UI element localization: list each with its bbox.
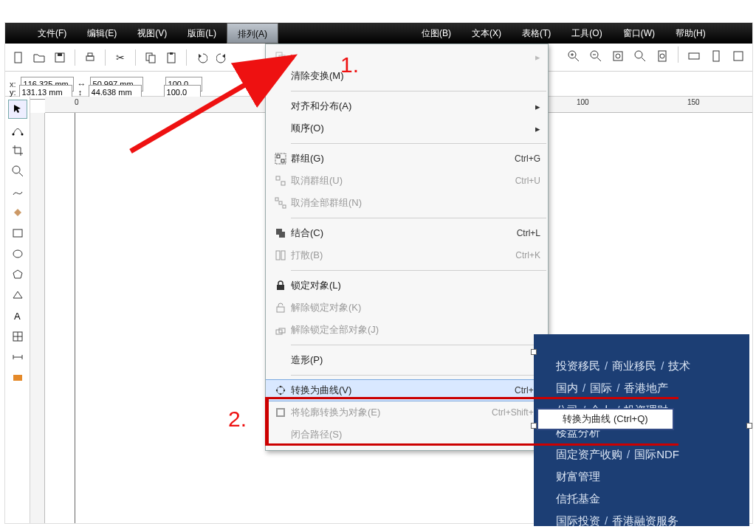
menu-text[interactable]: 文本(X) — [461, 23, 512, 44]
svg-rect-4 — [88, 53, 92, 56]
save-icon[interactable] — [51, 49, 69, 66]
svg-rect-62 — [281, 182, 285, 185]
svg-rect-2 — [58, 53, 62, 56]
menu-ungroup: 取消群组(U) Ctrl+U — [266, 170, 548, 192]
menu-break: 打散(B) Ctrl+K — [266, 244, 548, 266]
zoom-page-icon[interactable] — [653, 46, 672, 66]
zoom-toolbar — [564, 46, 748, 66]
ungroup-all-icon — [270, 197, 291, 209]
zoom-sel-icon[interactable] — [608, 46, 628, 66]
poster-line: 财富管理 — [556, 466, 746, 488]
crop-tool-icon[interactable] — [8, 141, 27, 160]
svg-point-42 — [12, 134, 14, 136]
menu-unlock: 解除锁定对象(K) — [266, 297, 548, 319]
svg-rect-71 — [277, 307, 284, 312]
dimension-tool-icon[interactable] — [8, 348, 27, 367]
basic-shapes-icon[interactable] — [8, 286, 27, 305]
svg-rect-63 — [275, 198, 278, 201]
svg-rect-59 — [277, 155, 280, 158]
tooltip: 转换为曲线 (Ctrl+Q) — [537, 408, 674, 430]
height-icon: ↕ — [75, 88, 86, 97]
menu-group[interactable]: 群组(G) Ctrl+G — [266, 148, 548, 170]
menu-close-path: 闭合路径(S)▸ — [266, 424, 548, 446]
svg-rect-23 — [713, 51, 719, 61]
table-tool-icon[interactable] — [8, 327, 27, 346]
redo-icon[interactable] — [213, 49, 231, 66]
svg-rect-46 — [13, 229, 22, 237]
combine-icon — [270, 227, 291, 239]
menu-edit[interactable]: 编辑(E) — [77, 23, 127, 44]
menu-shaping[interactable]: 造形(P)▸ — [266, 349, 548, 371]
zoom-width-icon[interactable] — [684, 46, 704, 66]
svg-line-45 — [19, 173, 23, 176]
svg-rect-64 — [283, 205, 286, 208]
zoom-all-icon[interactable] — [630, 46, 650, 66]
copy-icon[interactable] — [142, 49, 159, 66]
menu-window[interactable]: 窗口(W) — [613, 23, 665, 44]
page-edge — [75, 113, 75, 523]
unlock-all-icon — [270, 324, 291, 336]
zoom-tool-icon[interactable] — [8, 162, 27, 181]
zoom-fit-icon[interactable] — [729, 46, 748, 66]
svg-line-10 — [575, 58, 579, 61]
menu-lock[interactable]: 锁定对象(L) — [266, 274, 548, 297]
svg-rect-6 — [149, 55, 155, 63]
svg-rect-69 — [281, 251, 285, 260]
freehand-tool-icon[interactable] — [8, 182, 27, 201]
menu-help[interactable]: 帮助(H) — [665, 23, 716, 44]
unlock-icon — [270, 302, 291, 314]
menu-clear-transform[interactable]: 清除变换(M) — [266, 65, 548, 87]
svg-rect-3 — [86, 56, 94, 61]
paste-icon[interactable] — [162, 49, 180, 66]
to-curve-icon — [270, 384, 291, 396]
menu-transform[interactable]: ▸ — [266, 49, 548, 65]
transform-icon — [270, 51, 291, 63]
menu-layout[interactable]: 版面(L) — [177, 23, 227, 44]
ruler-tick: 100 — [577, 98, 589, 106]
svg-rect-79 — [277, 409, 284, 416]
cut-icon[interactable]: ✂ — [111, 49, 129, 66]
smartfill-tool-icon[interactable] — [8, 203, 27, 222]
svg-point-77 — [280, 386, 281, 387]
open-icon[interactable] — [30, 49, 48, 66]
svg-point-21 — [660, 54, 664, 58]
menu-combine[interactable]: 结合(C) Ctrl+L — [266, 222, 548, 244]
zoom-in-icon[interactable] — [564, 46, 583, 66]
new-icon[interactable] — [10, 49, 27, 66]
rectangle-tool-icon[interactable] — [8, 224, 27, 243]
svg-point-18 — [635, 51, 642, 58]
menu-align-distribute[interactable]: 对齐和分布(A)▸ — [266, 95, 548, 117]
menu-arrange[interactable]: 排列(A) — [227, 23, 278, 44]
svg-point-75 — [276, 390, 278, 391]
svg-rect-8 — [170, 52, 173, 55]
ungroup-icon — [270, 175, 291, 187]
interactive-tool-icon[interactable] — [8, 368, 27, 387]
menu-file[interactable]: 文件(F) — [27, 23, 77, 44]
svg-rect-16 — [614, 52, 622, 61]
svg-rect-55 — [13, 375, 22, 381]
svg-point-17 — [616, 54, 620, 58]
menu-tools[interactable]: 工具(O) — [561, 23, 612, 44]
menu-convert-to-curves[interactable]: 转换为曲线(V) Ctrl+Q — [266, 379, 548, 401]
text-tool-icon[interactable]: A — [8, 306, 27, 325]
shape-tool-icon[interactable] — [8, 120, 27, 139]
break-icon — [270, 249, 291, 261]
menu-order[interactable]: 顺序(O)▸ — [266, 117, 548, 139]
menu-bitmap[interactable]: 位图(B) — [411, 23, 461, 44]
group-icon — [270, 153, 291, 165]
menu-view[interactable]: 视图(V) — [127, 23, 177, 44]
svg-point-76 — [284, 390, 285, 391]
zoom-height-icon[interactable] — [707, 46, 726, 66]
svg-rect-60 — [281, 159, 284, 162]
svg-point-44 — [13, 166, 20, 173]
annotation-number-2: 2. — [228, 407, 247, 432]
print-icon[interactable] — [81, 49, 99, 66]
pick-tool-icon[interactable] — [8, 100, 27, 119]
polygon-tool-icon[interactable] — [8, 265, 27, 284]
selected-text-object[interactable]: 投资移民/商业移民/技术 国内/国际/香港地产 公司/个人/投资理财 楼盘分析 … — [534, 334, 749, 526]
ellipse-tool-icon[interactable] — [8, 244, 27, 263]
menu-table[interactable]: 表格(T) — [512, 23, 561, 44]
zoom-out-icon[interactable] — [586, 46, 605, 66]
poster-line: 国内/国际/香港地产 — [556, 377, 746, 399]
undo-icon[interactable] — [193, 49, 210, 66]
